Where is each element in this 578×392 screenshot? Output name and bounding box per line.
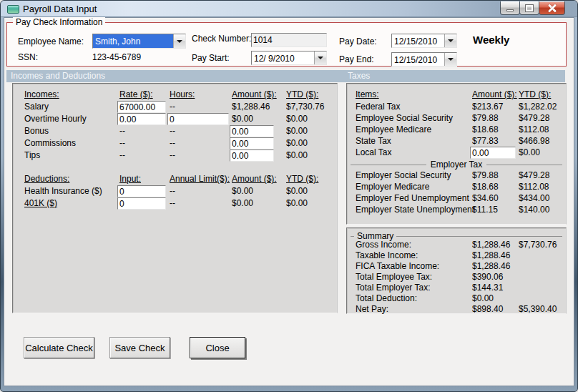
- bonus-label: Bonus: [24, 126, 49, 137]
- commissions-ytd-value: $0.00: [286, 138, 308, 149]
- chevron-down-icon: [177, 40, 182, 43]
- total-employer-tax-label: Total Employer Tax:: [356, 283, 431, 293]
- salary-rate-input[interactable]: [117, 101, 166, 113]
- annual-limit-col-header: Annual Limit($):: [170, 174, 230, 185]
- paycheck-group-title: Pay Check Information: [13, 17, 105, 28]
- employer-fed-unemployment-label: Employer Fed Unemployment: [356, 193, 469, 204]
- employee-ss-amount: $79.88: [472, 113, 499, 124]
- k401-ytd-value: $0.00: [286, 198, 308, 209]
- employee-medicare-label: Employee Medicare: [356, 124, 431, 135]
- employer-medicare-amount: $18.68: [472, 182, 499, 192]
- local-tax-ytd: $0.00: [519, 147, 540, 158]
- commissions-label: Commissions: [24, 138, 76, 149]
- employer-fed-unemployment-ytd: $434.00: [519, 193, 549, 204]
- employer-ss-amount: $79.88: [472, 170, 499, 181]
- state-tax-label: State Tax: [356, 136, 391, 147]
- pay-start-label: Pay Start:: [192, 53, 230, 64]
- close-button[interactable]: Close: [190, 337, 245, 358]
- employee-name-combobox[interactable]: Smith, John: [92, 34, 186, 49]
- total-deduction-amount: $0.00: [472, 293, 494, 304]
- pay-start-datepicker[interactable]: 12/ 9/2010: [251, 51, 327, 65]
- employee-name-dropdown-button[interactable]: [173, 34, 185, 48]
- salary-ytd-value: $7,730.76: [286, 102, 324, 112]
- pay-date-label: Pay Date:: [339, 36, 377, 47]
- health-insurance-amount-value: $0.00: [232, 186, 253, 197]
- total-employee-tax-label: Total Employee Tax:: [356, 272, 432, 283]
- fica-taxable-income-label: FICA Taxable Income:: [356, 261, 439, 272]
- state-tax-ytd: $466.98: [519, 136, 549, 147]
- local-tax-input[interactable]: [470, 147, 516, 159]
- k401-link-label[interactable]: 401K ($): [24, 198, 57, 209]
- gross-income-amount: $1,288.46: [472, 240, 510, 250]
- commissions-hours-value: --: [170, 138, 175, 149]
- deduction-amount-col-header: Amount ($):: [232, 174, 277, 185]
- employee-ss-ytd: $479.28: [519, 113, 549, 124]
- ytd-col-header: YTD ($):: [286, 89, 318, 100]
- tax-ytd-col-header: YTD ($):: [519, 89, 551, 100]
- input-col-header: Input:: [119, 174, 141, 185]
- tips-hours-value: --: [170, 150, 175, 161]
- bonus-rate-value: --: [119, 126, 125, 137]
- bonus-ytd-value: $0.00: [286, 126, 308, 137]
- bonus-hours-value: --: [170, 126, 175, 137]
- rate-col-header: Rate ($):: [119, 89, 153, 100]
- employer-medicare-label: Employer Medicare: [356, 182, 429, 192]
- commissions-amount-input[interactable]: [230, 137, 274, 150]
- employee-medicare-amount: $18.68: [472, 124, 499, 135]
- app-icon: [7, 5, 19, 14]
- caption-buttons: [501, 1, 565, 15]
- total-deduction-label: Total Deduction:: [356, 293, 417, 304]
- health-insurance-input[interactable]: [117, 185, 166, 197]
- form-client-area: Pay Check Information Employee Name: Smi…: [4, 17, 574, 386]
- close-window-button[interactable]: [539, 1, 565, 15]
- pay-end-value: 12/15/2010: [392, 53, 444, 66]
- save-check-button[interactable]: Save Check: [109, 337, 170, 358]
- section-header-strip: Incomes and Deductions Taxes: [6, 70, 565, 82]
- salary-label: Salary: [24, 102, 49, 112]
- employee-name-label: Employee Name:: [18, 36, 84, 47]
- employer-ss-label: Employer Social Security: [356, 170, 451, 181]
- employee-name-value: Smith, John: [93, 34, 173, 48]
- taxable-income-label: Taxable Income:: [356, 250, 418, 261]
- bonus-amount-input[interactable]: [230, 125, 274, 137]
- minimize-button[interactable]: [500, 1, 520, 15]
- overtime-hours-input[interactable]: [167, 113, 229, 125]
- check-number-input[interactable]: [251, 33, 327, 47]
- tips-amount-input[interactable]: [230, 150, 274, 162]
- check-number-label: Check Number:: [192, 34, 251, 44]
- pay-frequency-label: Weekly: [473, 34, 509, 45]
- k401-input[interactable]: [117, 197, 166, 210]
- maximize-button[interactable]: [519, 1, 539, 15]
- amount-col-header: Amount ($):: [232, 89, 277, 100]
- employer-state-unemployment-label: Employer State Unemployment: [356, 205, 474, 215]
- taxes-panel: Items: Amount ($): YTD ($): Federal Tax …: [346, 83, 567, 225]
- federal-tax-label: Federal Tax: [356, 102, 400, 112]
- employer-fed-unemployment-amount: $34.60: [472, 193, 499, 204]
- net-pay-ytd: $5,390.40: [519, 304, 557, 315]
- net-pay-label: Net Pay:: [356, 304, 388, 315]
- health-insurance-ytd-value: $0.00: [286, 186, 308, 197]
- window-title: Payroll Data Input: [23, 4, 97, 14]
- taxable-income-amount: $1,288.46: [472, 250, 510, 261]
- title-bar: Payroll Data Input: [1, 1, 577, 17]
- pay-start-value: 12/ 9/2010: [252, 52, 314, 64]
- commissions-rate-value: --: [119, 138, 125, 149]
- minimize-icon: [506, 9, 514, 11]
- overtime-rate-input[interactable]: [117, 113, 166, 125]
- fica-taxable-income-amount: $1,288.46: [472, 261, 510, 272]
- total-employer-tax-amount: $144.31: [472, 283, 503, 293]
- employer-state-unemployment-ytd: $140.00: [519, 205, 549, 215]
- pay-date-dropdown-button[interactable]: [444, 34, 456, 47]
- overtime-ytd-value: $0.00: [286, 114, 308, 124]
- employee-ss-label: Employee Social Security: [356, 113, 453, 124]
- calculate-check-button[interactable]: Calculate Check: [24, 337, 94, 358]
- pay-start-dropdown-button[interactable]: [314, 52, 326, 64]
- pay-end-datepicker[interactable]: 12/15/2010: [391, 52, 457, 67]
- ssn-value: 123-45-6789: [92, 52, 141, 63]
- maximize-icon: [526, 5, 533, 11]
- pay-end-dropdown-button[interactable]: [444, 53, 456, 66]
- hours-col-header: Hours:: [170, 89, 195, 100]
- pay-date-datepicker[interactable]: 12/15/2010: [391, 34, 457, 48]
- overtime-amount-value: $0.00: [232, 114, 253, 124]
- incomes-col-header: Incomes:: [24, 89, 59, 100]
